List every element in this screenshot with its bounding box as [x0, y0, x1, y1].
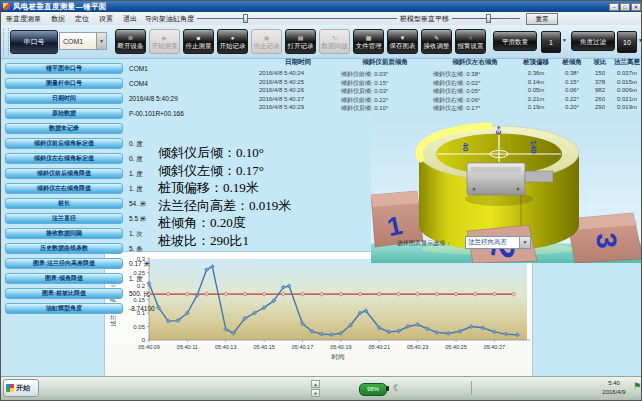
sidebar-item-button[interactable]: 测量杆串口号	[5, 78, 123, 89]
sidebar-item-button[interactable]: 历史数据曲线条数	[5, 243, 123, 254]
sidebar-item-button[interactable]: 法兰直径	[5, 213, 123, 224]
table-cell[interactable]: 290	[589, 104, 611, 110]
disconnect-device-button[interactable]: ⊘断开设备	[115, 29, 146, 54]
file-manager-button[interactable]: ▦文件管理	[353, 29, 384, 54]
start-button[interactable]: 开始	[3, 379, 39, 397]
open-record-button[interactable]: ▤打开记录	[285, 29, 316, 54]
crescent-icon[interactable]: ☾	[393, 382, 401, 394]
table-cell[interactable]: 982	[589, 87, 611, 93]
battery-indicator[interactable]: 98%	[359, 383, 387, 396]
menu-settings[interactable]: 设置	[94, 14, 118, 24]
chevron-down-icon[interactable]: ▼	[637, 36, 642, 45]
table-cell[interactable]: 0.021m	[611, 96, 642, 102]
chevron-down-icon[interactable]: ▼	[561, 36, 568, 45]
angle-filter-button[interactable]: 角度过滤	[571, 31, 615, 51]
taskbar-clock[interactable]: 5:40 2016/4/9	[595, 379, 633, 397]
maximize-button[interactable]: □	[620, 3, 630, 11]
sidebar-item-button[interactable]: 倾斜仪前后倾角限值	[5, 168, 123, 179]
stop-measure-button[interactable]: ■停止测量	[183, 29, 214, 54]
table-cell[interactable]: 2016/4/8 5:40:29	[259, 104, 337, 110]
sidebar-item-button[interactable]: 接收数据间隔	[5, 228, 123, 239]
sidebar-item-button[interactable]: 数据未记录	[5, 123, 123, 134]
readout-line: 桩坡比：290比1	[158, 232, 291, 250]
table-cell[interactable]: 0.21m	[517, 96, 555, 102]
table-cell[interactable]: 0.05m	[517, 87, 555, 93]
table-cell[interactable]: 0.006m	[611, 87, 642, 93]
sidebar-row: 倾斜仪前后倾角标定值0. 度	[5, 138, 157, 149]
sidebar-item-button[interactable]: 日期时间	[5, 93, 123, 104]
chart-option-select[interactable]: 法兰径向高差▼	[465, 236, 531, 249]
sidebar-item-button[interactable]: 图表:倾角限值	[5, 273, 123, 284]
compass-label: 40	[461, 143, 470, 152]
table-cell[interactable]: 2016/4/8 5:40:27	[259, 96, 337, 102]
battery-tip	[386, 386, 389, 391]
table-cell[interactable]: 0.06°	[557, 87, 587, 93]
table-cell[interactable]: 2016/4/8 5:40:24	[259, 70, 337, 76]
table-cell[interactable]: 0.015m	[611, 79, 642, 85]
smooth-count-button[interactable]: 平滑数量	[493, 31, 537, 51]
table-cell[interactable]: 0.14m	[517, 79, 555, 85]
start-measure-button: ▶开始测量	[149, 29, 180, 54]
x-tick-label: 05:40:17	[292, 344, 313, 350]
sidebar-item-button[interactable]: 油缸模型角度	[5, 303, 123, 314]
app-window: 风电桩垂直度测量—锤平面 – □ ✕ 垂直度测量 数据 定位 设置 退出 导向架…	[0, 0, 642, 401]
alarm-settings-button[interactable]: ○报警设置	[455, 29, 486, 54]
table-header: 法兰高差	[611, 58, 642, 67]
readout-line: 桩顶偏移：0.19米	[158, 179, 291, 197]
menu-verticality[interactable]: 垂直度测量	[1, 14, 46, 24]
menu-data[interactable]: 数据	[46, 14, 70, 24]
sidebar-item-button[interactable]: 倾斜仪前后倾角标定值	[5, 138, 123, 149]
sidebar-item-value: 54. 米	[129, 200, 146, 209]
table-cell[interactable]: 2016/4/8 5:40:26	[259, 87, 337, 93]
table-cell[interactable]: 0.38°	[557, 70, 587, 76]
serial-port-button[interactable]: 串口号	[10, 30, 58, 54]
smooth-count-combo[interactable]: 1	[541, 31, 561, 53]
menu-exit[interactable]: 退出	[118, 14, 142, 24]
sidebar-item-button[interactable]: 原始数据	[5, 108, 123, 119]
sidebar-item-button[interactable]: 倾斜仪左右倾角标定值	[5, 153, 123, 164]
sidebar-item-button[interactable]: 倾斜仪左右倾角限值	[5, 183, 123, 194]
table-cell[interactable]: 150	[589, 70, 611, 76]
pile-3d-view[interactable]: 1340+2140+32 选择图表显示选项： 法兰径向高差▼	[371, 113, 642, 263]
table-cell[interactable]: 2016/4/8 5:40:25	[259, 79, 337, 85]
sidebar-item-value: 1. 度	[129, 185, 143, 194]
toolbar-grip[interactable]	[3, 28, 9, 55]
table-cell[interactable]: 0.20°	[557, 104, 587, 110]
table-cell[interactable]: 378	[589, 79, 611, 85]
sidebar-item-button[interactable]: 图表:桩坡比限值	[5, 288, 123, 299]
minimize-button[interactable]: –	[609, 3, 619, 11]
table-header: 倾斜仪前后倾角	[341, 58, 429, 67]
table-cell[interactable]: 0.019m	[611, 104, 642, 110]
menu-position[interactable]: 定位	[70, 14, 94, 24]
table-cell[interactable]: 0.36m	[517, 70, 555, 76]
angle-filter-combo[interactable]: 10	[617, 31, 637, 53]
table-cell[interactable]: 0.19m	[517, 104, 555, 110]
sidebar-item-button[interactable]: 锤平面串口号	[5, 63, 123, 74]
reset-button[interactable]: 重置	[526, 13, 558, 25]
readout-line: 桩倾角：0.20度	[158, 214, 291, 232]
start-record-button[interactable]: ●开始记录	[217, 29, 248, 54]
table-cell[interactable]: 0.037m	[611, 70, 642, 76]
table-cell[interactable]: 260	[589, 96, 611, 102]
scroll-up-icon[interactable]: ▲	[311, 380, 320, 388]
sidebar-row: 历史数据曲线条数5. 条	[5, 243, 157, 254]
close-button[interactable]: ✕	[631, 3, 641, 11]
cylinder-angle-slider-label: 导向架油缸角度	[142, 14, 197, 24]
receive-adjust-button[interactable]: ✎接收调整	[421, 29, 452, 54]
x-tick-label: 05:40:15	[253, 344, 274, 350]
sidebar-item-value: P-00.101R+00.166	[129, 110, 184, 117]
table-header: 桩倾角	[557, 58, 587, 67]
table-cell[interactable]: 0.15°	[557, 79, 587, 85]
sidebar-item-button[interactable]: 桩长	[5, 198, 123, 209]
scroll-down-icon[interactable]: ▼	[311, 389, 320, 397]
flag-icon[interactable]: ⚑	[633, 381, 641, 391]
sidebar-row: 图表:倾角限值1. 度	[5, 273, 157, 284]
model-shift-slider[interactable]	[452, 14, 520, 23]
sidebar-item-value: 2016/4/8 5:40:29	[129, 95, 178, 102]
save-chart-button[interactable]: ▼保存图表	[387, 29, 418, 54]
alarm-settings-button-icon: ○	[469, 35, 473, 41]
sidebar-item-button[interactable]: 图表:法兰径向高差限值	[5, 258, 123, 269]
serial-port-combo[interactable]: COM1▼	[59, 32, 107, 50]
cylinder-angle-slider[interactable]	[197, 14, 397, 23]
table-cell[interactable]: 0.22°	[557, 96, 587, 102]
